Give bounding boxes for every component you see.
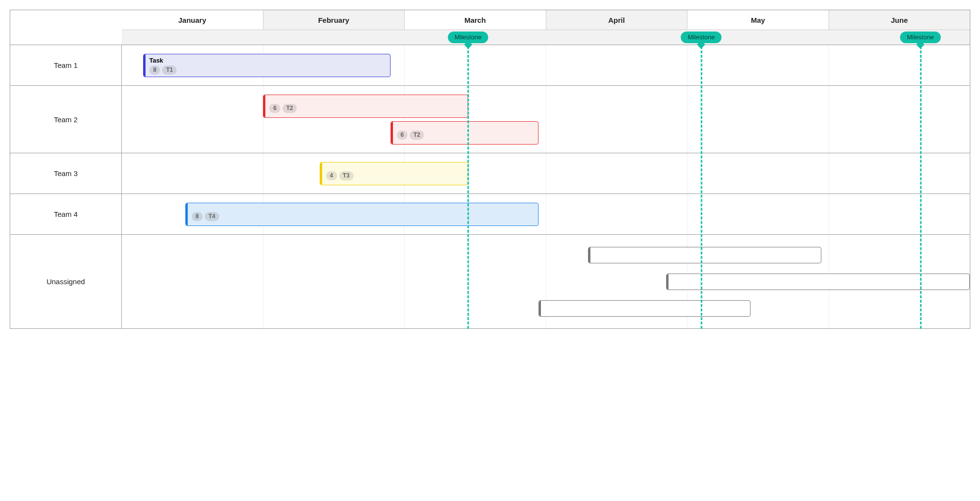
lane-slots: Task8T1 (122, 45, 970, 85)
lane-body (122, 235, 970, 328)
month-header[interactable]: June (829, 10, 970, 30)
task-accent (539, 301, 541, 316)
task-badge: 4 (326, 171, 337, 180)
lane-body: 8T4 (122, 194, 970, 234)
task-accent (667, 274, 669, 290)
task-badge: 6 (269, 104, 280, 113)
lane-body: 6T26T2 (122, 86, 970, 153)
task-badge: 8 (149, 65, 161, 75)
task-slot (122, 242, 970, 268)
task-badge: T4 (205, 212, 219, 221)
task-slot (122, 268, 970, 295)
lane-row: Team 1Task8T1 (10, 45, 970, 85)
task-bar[interactable]: 8T4 (185, 203, 539, 226)
month-header[interactable]: February (263, 10, 405, 30)
task-accent (320, 162, 322, 185)
month-header[interactable]: January (122, 10, 263, 30)
header-corner (10, 10, 122, 45)
month-header[interactable]: April (546, 10, 687, 30)
task-badges: 6T2 (397, 130, 535, 140)
task-badge: T3 (339, 171, 354, 180)
task-badge: T2 (282, 104, 297, 113)
task-badge: 6 (397, 130, 408, 140)
lane-label[interactable]: Unassigned (10, 235, 122, 328)
task-bar-empty[interactable] (588, 247, 821, 263)
task-accent (391, 122, 393, 144)
gantt-chart: JanuaryFebruaryMarchAprilMayJuneMileston… (10, 10, 970, 329)
lane-label[interactable]: Team 4 (10, 194, 122, 234)
gantt-wrapper: JanuaryFebruaryMarchAprilMayJuneMileston… (10, 10, 970, 329)
lane-row: Team 34T3 (10, 153, 970, 194)
lane-slots: 4T3 (122, 153, 970, 194)
task-badges: 8T1 (149, 65, 386, 75)
lane-row: Team 48T4 (10, 194, 970, 234)
task-accent (588, 247, 590, 263)
task-bar-empty[interactable] (666, 274, 970, 290)
task-badges: 8T4 (192, 212, 534, 221)
task-badges: 4T3 (326, 171, 464, 180)
lane-label[interactable]: Team 3 (10, 153, 122, 194)
task-accent (263, 95, 265, 117)
task-bar[interactable]: Task8T1 (143, 54, 391, 77)
task-badge: T2 (409, 130, 424, 140)
task-bar[interactable]: 6T2 (263, 95, 468, 118)
task-slot (122, 295, 970, 322)
task-slot: 4T3 (122, 160, 970, 187)
task-accent (144, 54, 146, 77)
task-badges: 6T2 (269, 104, 463, 113)
task-bar-empty[interactable] (539, 300, 751, 317)
lane-slots (122, 235, 970, 328)
task-slot: 6T2 (122, 119, 970, 146)
task-slot: 6T2 (122, 93, 970, 119)
header-row: JanuaryFebruaryMarchAprilMayJuneMileston… (10, 10, 970, 45)
lane-body: Task8T1 (122, 45, 970, 85)
month-header[interactable]: May (687, 10, 829, 30)
month-header[interactable]: March (404, 10, 546, 30)
months-header: JanuaryFebruaryMarchAprilMayJune (122, 10, 970, 30)
task-bar[interactable]: 6T2 (391, 121, 539, 145)
lane-body: 4T3 (122, 153, 970, 194)
lane-slots: 6T26T2 (122, 86, 970, 153)
lane-label[interactable]: Team 2 (10, 86, 122, 153)
task-badge: T1 (162, 65, 177, 75)
task-accent (186, 203, 188, 226)
milestone-strip: MilestoneMilestoneMilestone (122, 30, 970, 45)
lane-slots: 8T4 (122, 194, 970, 234)
header-body: JanuaryFebruaryMarchAprilMayJuneMileston… (122, 10, 970, 45)
task-bar[interactable]: 4T3 (320, 162, 468, 185)
task-slot: 8T4 (122, 201, 970, 227)
lane-row: Team 26T26T2 (10, 85, 970, 153)
task-title: Task (149, 56, 386, 65)
task-badge: 8 (192, 212, 203, 221)
task-slot: Task8T1 (122, 52, 970, 79)
lane-row: Unassigned (10, 234, 970, 328)
lane-label[interactable]: Team 1 (10, 45, 122, 85)
